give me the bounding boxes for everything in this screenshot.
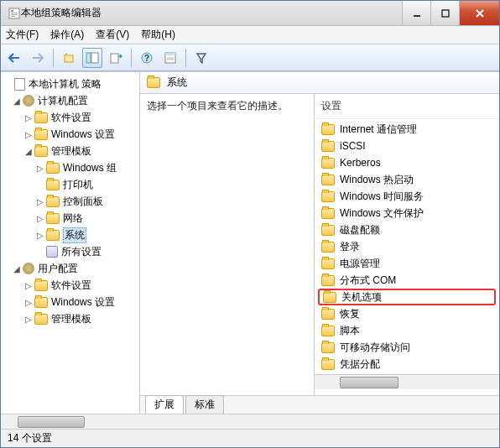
main-header: 系统 [140, 72, 499, 94]
settings-item[interactable]: 分布式 COM [318, 272, 496, 289]
maximize-button[interactable] [430, 1, 459, 25]
tree-label: 计算机配置 [38, 94, 88, 108]
scroll-thumb[interactable] [18, 416, 85, 428]
statusbar: 14 个设置 [1, 429, 499, 447]
svg-text:?: ? [144, 54, 149, 63]
close-button[interactable] [459, 1, 499, 25]
settings-item-label: 分布式 COM [340, 273, 396, 288]
settings-item[interactable]: Windows 文件保护 [318, 205, 496, 221]
settings-item[interactable]: 关机选项 [318, 289, 496, 305]
folder-icon [321, 124, 335, 135]
settings-item-label: Windows 时间服务 [340, 190, 424, 204]
forward-button[interactable] [28, 48, 48, 68]
folder-icon [34, 314, 48, 325]
tree-root[interactable]: 本地计算机 策略 [3, 76, 138, 92]
settings-item[interactable]: 脚本 [318, 322, 496, 339]
settings-item[interactable]: 可移动存储访问 [318, 339, 496, 356]
description-prompt: 选择一个项目来查看它的描述。 [147, 100, 288, 112]
settings-item-label: 磁盘配额 [340, 223, 380, 237]
folder-icon [321, 225, 335, 236]
settings-item[interactable]: 磁盘配额 [318, 221, 496, 238]
tree-user-config[interactable]: ◢用户配置 [3, 260, 138, 277]
folder-icon [321, 141, 335, 152]
settings-item[interactable]: 恢复 [318, 305, 496, 322]
tree-computer-config[interactable]: ◢计算机配置 [3, 92, 138, 109]
folder-icon [321, 359, 335, 370]
folder-icon [34, 280, 48, 291]
settings-item[interactable]: Windows 时间服务 [318, 188, 496, 205]
folder-icon [321, 208, 335, 219]
settings-item-label: Kerberos [340, 157, 381, 169]
tab-extended[interactable]: 扩展 [145, 395, 184, 414]
folder-icon [46, 196, 60, 207]
minimize-button[interactable] [402, 1, 430, 25]
tree-label: 打印机 [63, 178, 93, 192]
tree-control-panel[interactable]: ▷控制面板 [3, 193, 138, 210]
settings-item-label: iSCSI [340, 140, 366, 152]
settings-hscroll[interactable] [315, 374, 499, 389]
filter-button[interactable] [191, 48, 211, 68]
folder-icon [321, 326, 335, 336]
settings-item[interactable]: 凭据分配 [318, 356, 496, 372]
tree-windows-components[interactable]: ▷Windows 组 [3, 159, 138, 176]
settings-item-label: Windows 热启动 [340, 173, 414, 187]
statusbar-text: 14 个设置 [8, 431, 52, 445]
back-button[interactable] [4, 48, 24, 68]
folder-icon [46, 230, 60, 241]
svg-rect-11 [91, 53, 98, 63]
folder-icon [321, 342, 335, 353]
tree-label: Windows 组 [63, 161, 117, 175]
properties-button[interactable] [160, 48, 180, 68]
settings-item[interactable]: Internet 通信管理 [318, 121, 496, 138]
settings-item-label: 恢复 [340, 307, 360, 321]
settings-item[interactable]: iSCSI [318, 138, 496, 154]
folder-icon [323, 292, 336, 303]
up-button[interactable] [59, 48, 79, 68]
settings-item[interactable]: Windows 热启动 [318, 171, 496, 188]
tab-standard[interactable]: 标准 [185, 395, 224, 414]
settings-pane: 设置 Internet 通信管理iSCSIKerberosWindows 热启动… [315, 94, 499, 395]
settings-item[interactable]: Kerberos [318, 154, 496, 171]
tree-windows-settings[interactable]: ▷Windows 设置 [3, 126, 138, 143]
settings-item-label: Internet 通信管理 [340, 122, 417, 137]
svg-rect-9 [65, 55, 73, 62]
folder-icon [46, 180, 60, 190]
svg-rect-10 [86, 53, 91, 63]
tree-user-admin-templates[interactable]: ▷管理模板 [3, 310, 138, 327]
folder-icon [46, 213, 60, 224]
settings-column-header[interactable]: 设置 [315, 94, 499, 119]
show-tree-button[interactable] [82, 48, 102, 68]
tree-hscroll[interactable] [1, 414, 499, 429]
svg-rect-6 [442, 10, 449, 17]
tree-user-windows-settings[interactable]: ▷Windows 设置 [3, 294, 138, 310]
tree-network[interactable]: ▷网络 [3, 210, 138, 227]
settings-list: Internet 通信管理iSCSIKerberosWindows 热启动Win… [315, 119, 499, 374]
menu-action[interactable]: 操作(A) [50, 28, 84, 42]
menu-file[interactable]: 文件(F) [6, 28, 39, 42]
tree-system[interactable]: ▷系统 [3, 227, 138, 243]
settings-item-label: 可移动存储访问 [340, 341, 410, 355]
export-button[interactable] [106, 48, 126, 68]
settings-item[interactable]: 电源管理 [318, 255, 496, 272]
menu-help[interactable]: 帮助(H) [141, 28, 175, 42]
folder-icon [34, 146, 48, 157]
tree-pane[interactable]: 本地计算机 策略 ◢计算机配置 ▷软件设置 ▷Windows 设置 ◢管理模板 … [1, 72, 140, 414]
menu-view[interactable]: 查看(V) [96, 28, 129, 42]
folder-icon [34, 297, 48, 308]
tree-label: 网络 [63, 211, 83, 226]
settings-item[interactable]: 登录 [318, 238, 496, 255]
scroll-thumb[interactable] [340, 377, 398, 388]
tree-all-settings[interactable]: 所有设置 [3, 243, 138, 260]
tree-printers[interactable]: 打印机 [3, 176, 138, 193]
help-button[interactable]: ? [137, 48, 157, 68]
folder-icon [34, 129, 48, 140]
tree-software-settings[interactable]: ▷软件设置 [3, 109, 138, 126]
settings-item-label: 电源管理 [340, 257, 380, 271]
tree-admin-templates[interactable]: ◢管理模板 [3, 143, 138, 159]
svg-rect-3 [11, 14, 18, 15]
tree-label: Windows 设置 [51, 295, 115, 310]
tree-label: Windows 设置 [51, 128, 115, 142]
main-header-label: 系统 [167, 76, 187, 90]
tree-user-software-settings[interactable]: ▷软件设置 [3, 277, 138, 294]
toolbar: ? [1, 44, 499, 71]
